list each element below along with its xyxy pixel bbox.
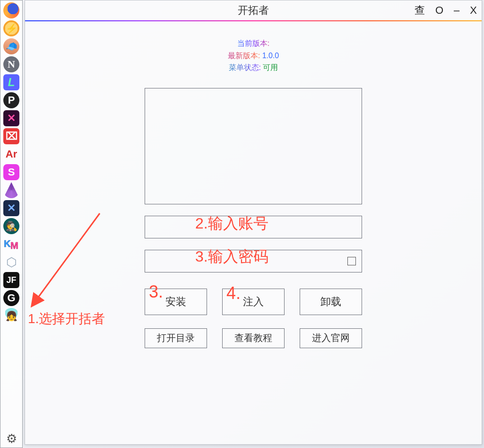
svg-text:K: K (4, 238, 11, 249)
minimize-button[interactable]: – (454, 4, 459, 17)
km-icon[interactable]: K M (2, 235, 20, 253)
install-button[interactable]: 安装 (145, 289, 207, 315)
firefox-icon[interactable] (2, 1, 20, 19)
action-row-secondary: 打开目录 查看教程 进入官网 (145, 328, 362, 348)
app-window: 开拓者 查 O – X 当前版本: 最新版本: 1.0.0 菜单状态: 可用 安… (25, 0, 482, 445)
uninstall-button[interactable]: 卸载 (300, 289, 362, 315)
menu-status-value: 可用 (263, 63, 278, 71)
action-row-primary: 安装 注入 卸载 (145, 289, 362, 315)
view-tutorial-button[interactable]: 查看教程 (222, 328, 285, 348)
svg-line-2 (37, 213, 100, 299)
hood-icon[interactable]: 🕵 (2, 217, 20, 235)
tool-circle-button[interactable]: O (435, 4, 443, 17)
face-icon[interactable]: 🧢 (2, 37, 20, 55)
jf-icon[interactable]: JF (2, 271, 20, 289)
current-version-label: 当前版本: (237, 39, 269, 47)
svg-text:M: M (10, 240, 18, 251)
tool-cha-button[interactable]: 查 (415, 3, 425, 18)
annotation-arrow (29, 209, 109, 308)
flash-icon[interactable]: ⚡ (2, 19, 20, 37)
x-icon[interactable]: ✕ (2, 109, 20, 127)
annotation-step1: 1.选择开括者 (28, 310, 105, 328)
account-input[interactable] (145, 216, 362, 238)
settings-gear-icon[interactable]: ⚙ (2, 430, 20, 448)
s-icon[interactable]: S (2, 163, 20, 181)
inject-button[interactable]: 注入 (222, 289, 285, 315)
password-field-wrap (145, 250, 362, 272)
l-icon[interactable]: L (2, 73, 20, 91)
cube-icon[interactable]: ⬡ (2, 253, 20, 271)
box-icon[interactable]: ⌧ (2, 127, 20, 145)
girl-icon[interactable]: 👧 (2, 307, 20, 325)
g-icon[interactable]: G (2, 289, 20, 307)
ar-icon[interactable]: Ar (2, 145, 20, 163)
menu-status-label: 菜单状态: (229, 63, 261, 71)
preview-panel (145, 88, 362, 204)
app-launcher-sidebar: ⚡ 🧢 N L P ✕ ⌧ Ar S ✕ 🕵 K M ⬡ JF G 👧 ⚙ (0, 0, 23, 448)
triangle-icon[interactable] (2, 181, 20, 199)
n-icon[interactable]: N (2, 55, 20, 73)
open-dir-button[interactable]: 打开目录 (145, 328, 207, 348)
show-password-checkbox[interactable] (347, 257, 356, 265)
official-site-button[interactable]: 进入官网 (300, 328, 362, 348)
p-icon[interactable]: P (2, 91, 20, 109)
latest-version-label: 最新版本: (228, 52, 260, 60)
latest-version-value: 1.0.0 (262, 52, 279, 60)
close-button[interactable]: X (470, 4, 477, 17)
version-info: 当前版本: 最新版本: 1.0.0 菜单状态: 可用 (25, 37, 482, 74)
account-field-wrap (145, 216, 362, 238)
xx-icon[interactable]: ✕ (2, 199, 20, 217)
password-input[interactable] (145, 250, 362, 272)
accent-divider (25, 20, 482, 21)
titlebar: 开拓者 查 O – X (25, 0, 482, 20)
window-title: 开拓者 (25, 3, 482, 18)
